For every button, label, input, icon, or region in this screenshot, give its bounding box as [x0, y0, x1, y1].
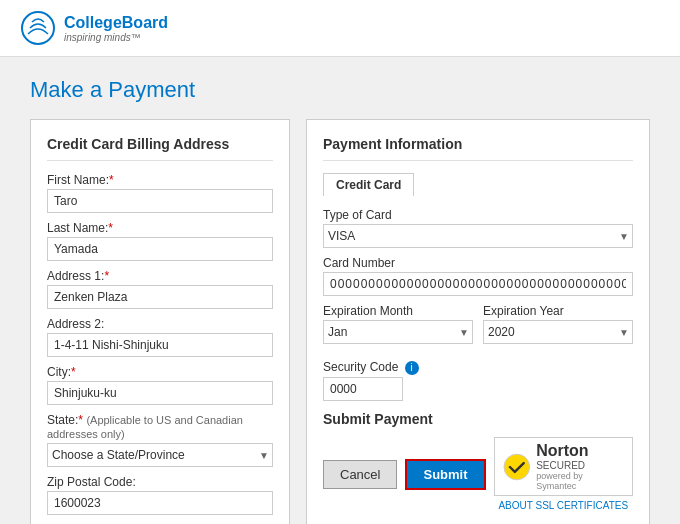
expiration-month-label: Expiration Month — [323, 304, 473, 318]
tab-credit-card[interactable]: Credit Card — [323, 173, 414, 196]
state-group: State:* (Applicable to US and Canadian a… — [47, 413, 273, 467]
norton-badge: Norton SECURED powered by Symantec — [494, 437, 633, 496]
type-of-card-label: Type of Card — [323, 208, 633, 222]
payment-panel: Payment Information Credit Card Type of … — [306, 119, 650, 524]
security-code-label: Security Code i — [323, 360, 633, 375]
city-label: City:* — [47, 365, 273, 379]
security-code-info-icon[interactable]: i — [405, 361, 419, 375]
type-of-card-select[interactable]: VISA Mastercard American Express — [323, 224, 633, 248]
cancel-button[interactable]: Cancel — [323, 460, 397, 489]
card-number-input[interactable] — [323, 272, 633, 296]
payment-section-title: Payment Information — [323, 136, 633, 161]
tab-row: Credit Card — [323, 173, 633, 196]
card-number-group: Card Number — [323, 256, 633, 296]
first-name-group: First Name:* — [47, 173, 273, 213]
address2-label: Address 2: — [47, 317, 273, 331]
norton-check-icon — [503, 453, 531, 481]
security-code-group: Security Code i — [323, 360, 633, 401]
submit-button[interactable]: Submit — [405, 459, 485, 490]
last-name-label: Last Name:* — [47, 221, 273, 235]
billing-section-title: Credit Card Billing Address — [47, 136, 273, 161]
card-number-label: Card Number — [323, 256, 633, 270]
collegeboard-logo-icon — [20, 10, 56, 46]
header: College Board inspiring minds™ — [0, 0, 680, 57]
state-select[interactable]: Choose a State/Province — [47, 443, 273, 467]
norton-secured: SECURED — [536, 460, 624, 471]
ssl-link[interactable]: ABOUT SSL CERTIFICATES — [498, 500, 628, 511]
page-title: Make a Payment — [30, 77, 650, 103]
btn-row: Cancel Submit Norton SECURED powered by … — [323, 437, 633, 511]
first-name-input[interactable] — [47, 189, 273, 213]
address1-group: Address 1:* — [47, 269, 273, 309]
expiration-row: Expiration Month Jan Feb Mar Apr May Jun… — [323, 304, 633, 352]
last-name-input[interactable] — [47, 237, 273, 261]
two-column-layout: Credit Card Billing Address First Name:*… — [30, 119, 650, 524]
zip-input[interactable] — [47, 491, 273, 515]
city-group: City:* — [47, 365, 273, 405]
norton-name: Norton — [536, 442, 624, 460]
norton-area: Norton SECURED powered by Symantec ABOUT… — [494, 437, 633, 511]
logo-board: Board — [122, 14, 168, 32]
expiration-year-select[interactable]: 2020 2021 2022 2023 — [483, 320, 633, 344]
svg-point-0 — [22, 12, 54, 44]
norton-text: Norton SECURED powered by Symantec — [536, 442, 624, 491]
address2-input[interactable] — [47, 333, 273, 357]
expiration-year-group: Expiration Year 2020 2021 2022 2023 ▼ — [483, 304, 633, 344]
last-name-group: Last Name:* — [47, 221, 273, 261]
address2-group: Address 2: — [47, 317, 273, 357]
logo-tagline: inspiring minds™ — [64, 32, 168, 43]
logo-college: College — [64, 14, 122, 32]
norton-symantec: powered by Symantec — [536, 471, 624, 491]
security-code-input[interactable] — [323, 377, 403, 401]
state-label: State:* (Applicable to US and Canadian a… — [47, 413, 273, 441]
expiration-month-select[interactable]: Jan Feb Mar Apr May Jun Jul Aug Sep Oct … — [323, 320, 473, 344]
svg-point-1 — [504, 454, 530, 480]
zip-label: Zip Postal Code: — [47, 475, 273, 489]
logo-text: College Board inspiring minds™ — [64, 14, 168, 43]
address1-label: Address 1:* — [47, 269, 273, 283]
expiration-month-group: Expiration Month Jan Feb Mar Apr May Jun… — [323, 304, 473, 344]
type-of-card-group: Type of Card VISA Mastercard American Ex… — [323, 208, 633, 248]
first-name-label: First Name:* — [47, 173, 273, 187]
billing-panel: Credit Card Billing Address First Name:*… — [30, 119, 290, 524]
expiration-year-label: Expiration Year — [483, 304, 633, 318]
zip-group: Zip Postal Code: — [47, 475, 273, 515]
address1-input[interactable] — [47, 285, 273, 309]
logo-area: College Board inspiring minds™ — [20, 10, 168, 46]
city-input[interactable] — [47, 381, 273, 405]
submit-section-title: Submit Payment — [323, 411, 633, 427]
main-content: Make a Payment Credit Card Billing Addre… — [0, 57, 680, 524]
